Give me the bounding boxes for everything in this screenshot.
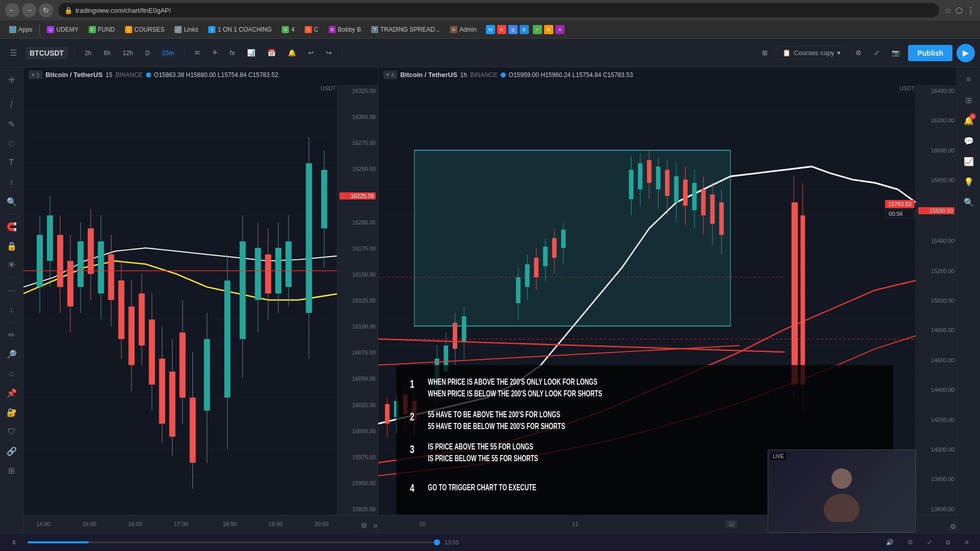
courses-copy-button[interactable]: 📋 Courses copy ▾ bbox=[776, 46, 847, 60]
pin-tool[interactable]: 📌 bbox=[4, 385, 20, 401]
interval-d[interactable]: D bbox=[141, 47, 154, 59]
watchlist-icon[interactable]: ≡ bbox=[961, 71, 977, 88]
fullscreen-button[interactable]: ⤢ bbox=[870, 46, 884, 59]
padlock-tool[interactable]: 🔐 bbox=[4, 404, 20, 420]
interval-15m[interactable]: 15m bbox=[158, 47, 178, 59]
svg-rect-113 bbox=[552, 238, 557, 258]
text-tool[interactable]: T bbox=[4, 155, 20, 171]
indicators-button[interactable]: ≈ bbox=[191, 45, 204, 61]
pause-button[interactable]: ⏸ bbox=[8, 537, 20, 547]
shape-tool[interactable]: □ bbox=[4, 135, 20, 152]
volume-button[interactable]: 🔊 bbox=[883, 537, 897, 547]
alert-badge: 5 bbox=[970, 113, 976, 119]
chart-type-button[interactable]: 📊 bbox=[243, 46, 259, 59]
search-glass[interactable]: 🔎 bbox=[4, 346, 20, 362]
bookmark-coaching[interactable]: 1 1 ON 1 COACHING bbox=[204, 24, 276, 35]
home-tool[interactable]: ⌂ bbox=[4, 365, 20, 382]
bookmark-trading[interactable]: T TRADING SPREAD... bbox=[367, 24, 444, 35]
layout-button[interactable]: ⊞ bbox=[758, 46, 772, 59]
gmail-icon: G bbox=[497, 25, 506, 34]
bookmark-4[interactable]: 4 4 bbox=[278, 24, 299, 35]
price-15925: 15925.00 bbox=[339, 506, 376, 512]
link-tool[interactable]: 🔗 bbox=[4, 443, 20, 459]
alerts-icon[interactable]: 🔔5 bbox=[961, 112, 977, 129]
magnet-tool[interactable]: 🧲 bbox=[4, 218, 20, 235]
bookmark-fund[interactable]: F FUND bbox=[85, 24, 119, 35]
price-16150: 16150.00 bbox=[339, 271, 376, 278]
svg-rect-109 bbox=[534, 258, 538, 277]
bookmark-courses[interactable]: C COURSES bbox=[121, 24, 168, 35]
undo-button[interactable]: ↩ bbox=[304, 46, 318, 59]
crosshair-tool[interactable]: ✛ bbox=[4, 71, 20, 88]
collapse-badge-right[interactable]: ▾ 4 bbox=[383, 70, 397, 79]
fund-icon: F bbox=[89, 26, 96, 33]
close-playback-button[interactable]: ✕ bbox=[961, 537, 972, 547]
play-button[interactable]: ▶ bbox=[957, 44, 975, 62]
chart-layout-icon[interactable]: ⊞ bbox=[961, 92, 977, 108]
publish-button[interactable]: Publish bbox=[908, 45, 952, 61]
time-1900: 19:00 bbox=[268, 521, 283, 527]
svg-rect-54 bbox=[239, 241, 246, 339]
forward-button[interactable]: → bbox=[22, 3, 36, 17]
pencil-tool[interactable]: ✏ bbox=[4, 327, 20, 343]
bookmark-udemy[interactable]: U UDEMY bbox=[43, 24, 82, 35]
date-range-icon: 📅 bbox=[267, 49, 276, 57]
bookmark-admin[interactable]: A Admin bbox=[446, 24, 481, 35]
bookmark-links[interactable]: 🔗 Links bbox=[170, 24, 202, 35]
back-button[interactable]: ← bbox=[5, 3, 19, 17]
c-icon: C bbox=[305, 26, 312, 33]
menu-icon[interactable]: ⋮ bbox=[967, 6, 975, 15]
ideas-icon[interactable]: 💡 bbox=[961, 173, 977, 190]
fx-button[interactable]: fx bbox=[226, 46, 239, 59]
address-bar[interactable]: 🔒 tradingview.com/chart/ltnE0gAP/ bbox=[58, 3, 939, 17]
svg-rect-48 bbox=[190, 397, 196, 463]
interval-12h[interactable]: 12h bbox=[119, 47, 137, 59]
extension-icon[interactable]: ⬡ bbox=[955, 6, 963, 15]
playback-track[interactable] bbox=[28, 541, 437, 543]
collapse-badge-left[interactable]: ▾ 3 bbox=[29, 70, 42, 79]
screener-icon[interactable]: 🔍 bbox=[961, 194, 977, 210]
right-sidebar: ≡ ⊞ 🔔5 💬 📈 💡 🔍 bbox=[957, 67, 980, 533]
date-range-button[interactable]: 📅 bbox=[263, 46, 280, 59]
star-icon[interactable]: ☆ bbox=[944, 6, 951, 15]
price-16275: 16275.00 bbox=[339, 140, 376, 146]
brush-tool[interactable]: ✎ bbox=[4, 116, 20, 132]
more-tools[interactable]: ⋯ bbox=[4, 282, 20, 298]
interval-6h[interactable]: 6h bbox=[100, 47, 114, 59]
playback-settings-button[interactable]: ⚙ bbox=[904, 537, 916, 547]
pip-button[interactable]: ⧉ bbox=[943, 537, 953, 547]
reload-button[interactable]: ↻ bbox=[39, 3, 53, 17]
apps-icon: 🌐 bbox=[9, 26, 16, 33]
eye-tool[interactable]: 👁 bbox=[4, 257, 20, 273]
expand-right-btn[interactable]: » bbox=[373, 521, 378, 530]
lock-tool[interactable]: 🔒 bbox=[4, 238, 20, 254]
bottom-settings-left[interactable]: ⚙ bbox=[361, 521, 368, 530]
bookmark-bobby[interactable]: B Bobby B bbox=[325, 24, 365, 35]
svg-rect-56 bbox=[255, 248, 261, 300]
alert-button[interactable]: 🔔 bbox=[284, 46, 300, 59]
chat-icon[interactable]: 💬 bbox=[961, 133, 977, 149]
playback-fullscreen-button[interactable]: ⤢ bbox=[924, 537, 935, 547]
toolbar-separator-3 bbox=[342, 47, 342, 59]
coaching-icon: 1 bbox=[208, 26, 215, 33]
layers-tool[interactable]: ⊞ bbox=[4, 462, 20, 479]
time-1500: 15:00 bbox=[82, 521, 96, 527]
redo-button[interactable]: ↪ bbox=[322, 46, 336, 59]
settings-button[interactable]: ⚙ bbox=[851, 46, 866, 59]
download-arrow[interactable]: ↓ bbox=[4, 302, 20, 318]
svg-rect-62 bbox=[285, 241, 291, 287]
zoom-tool[interactable]: 🔍 bbox=[4, 193, 20, 210]
shield-tool[interactable]: 🛡 bbox=[4, 423, 20, 440]
hamburger-menu[interactable]: ☰ bbox=[5, 45, 21, 61]
bottom-settings-right[interactable]: ⚙ bbox=[950, 522, 957, 531]
links-icon: 🔗 bbox=[175, 26, 182, 33]
bookmark-apps[interactable]: 🌐 Apps bbox=[5, 24, 36, 35]
add-study-button[interactable]: + bbox=[208, 45, 222, 61]
trend-line-tool[interactable]: / bbox=[4, 96, 20, 113]
bookmark-c[interactable]: C C bbox=[301, 24, 323, 35]
data-window-icon[interactable]: 📈 bbox=[961, 153, 977, 169]
screenshot-button[interactable]: 📷 bbox=[888, 46, 904, 59]
symbol-selector[interactable]: BTCUSDT bbox=[26, 47, 68, 59]
interval-2h[interactable]: 2h bbox=[81, 47, 95, 59]
measure-tool[interactable]: ↕ bbox=[4, 174, 20, 190]
